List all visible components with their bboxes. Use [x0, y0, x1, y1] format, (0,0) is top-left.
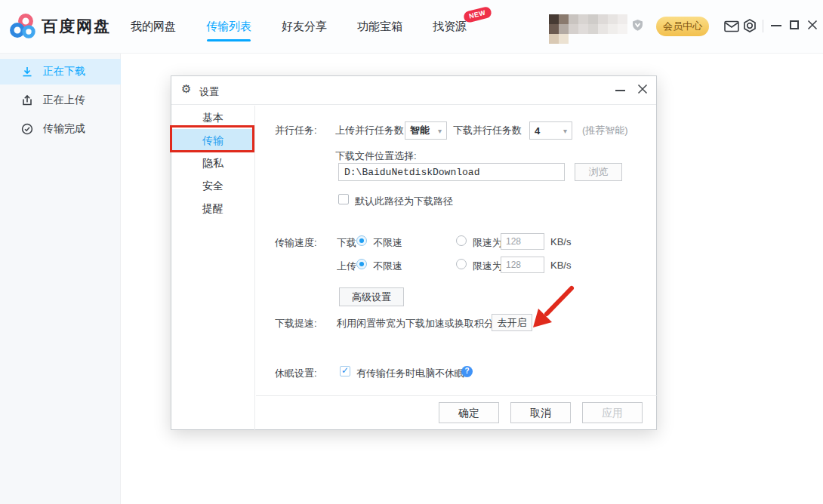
tab-privacy[interactable]: 隐私 — [171, 152, 254, 174]
sidebar-item-label: 正在下载 — [43, 65, 85, 78]
dialog-close-button[interactable] — [637, 84, 648, 94]
member-center-button[interactable]: 会员中心 — [656, 17, 709, 36]
default-path-label: 默认此路径为下载路径 — [355, 195, 453, 208]
dialog-minimize-button[interactable] — [615, 90, 625, 91]
user-account-blurred[interactable] — [549, 14, 627, 44]
app-title: 百度网盘 — [42, 16, 111, 37]
vip-level-icon[interactable] — [631, 19, 644, 32]
download-icon — [21, 66, 33, 78]
download-boost-label: 下载提速: — [275, 317, 317, 330]
upload-unlimited-label: 不限速 — [373, 260, 402, 273]
sidebar-item-label: 正在上传 — [43, 94, 85, 107]
download-unlimited-label: 不限速 — [373, 236, 402, 250]
sleep-settings-label: 休眠设置: — [275, 367, 317, 380]
nav-find-resources[interactable]: 找资源 NEW — [433, 20, 467, 34]
help-icon[interactable] — [461, 366, 473, 377]
nav-toolbox[interactable]: 功能宝箱 — [357, 20, 402, 34]
settings-dialog: ⚙ 设置 基本 传输 隐私 安全 提醒 并行任务: 上传并行任务数 智能 下载并… — [171, 75, 657, 430]
download-parallel-label: 下载并行任务数 — [453, 124, 522, 137]
footer-divider — [256, 395, 658, 396]
download-limit-radio[interactable] — [456, 235, 467, 246]
parallel-hint: (推荐智能) — [582, 124, 628, 137]
new-badge: NEW — [462, 6, 492, 23]
settings-dialog-gear-icon: ⚙ — [181, 83, 191, 94]
upload-unlimited-radio[interactable] — [356, 259, 367, 269]
window-maximize-button[interactable] — [790, 20, 799, 29]
upload-parallel-value: 智能 — [410, 124, 430, 137]
no-sleep-label: 有传输任务时电脑不休眠 — [356, 367, 464, 380]
download-path-input[interactable] — [338, 163, 565, 181]
default-path-checkbox[interactable] — [338, 194, 349, 204]
app-header: 百度网盘 我的网盘 传输列表 好友分享 功能宝箱 找资源 NEW 会员中心 — [0, 0, 823, 54]
download-parallel-value: 4 — [535, 125, 540, 137]
apply-button[interactable]: 应用 — [582, 402, 643, 423]
upload-limit-label: 限速为 — [473, 260, 502, 273]
nav-friend-share[interactable]: 好友分享 — [282, 20, 327, 34]
speed-upload-name: 上传 — [337, 260, 356, 273]
enable-boost-button[interactable]: 去开启 — [492, 314, 532, 331]
settings-dialog-title: 设置 — [199, 85, 219, 99]
mail-icon[interactable] — [724, 20, 739, 32]
download-location-label: 下载文件位置选择: — [335, 149, 417, 163]
download-unlimited-radio[interactable] — [356, 235, 367, 246]
sidebar-item-label: 传输完成 — [43, 122, 85, 136]
parallel-tasks-label: 并行任务: — [275, 124, 317, 137]
download-limit-unit: KB/s — [550, 236, 571, 247]
window-minimize-button[interactable] — [771, 25, 781, 26]
tab-transfer[interactable]: 传输 — [171, 129, 254, 152]
transfer-speed-label: 传输速度: — [275, 236, 317, 250]
upload-parallel-select[interactable]: 智能 — [405, 121, 447, 140]
browse-button[interactable]: 浏览 — [575, 163, 622, 181]
download-limit-input[interactable] — [501, 233, 544, 250]
upload-icon — [21, 94, 33, 106]
nav-my-drive[interactable]: 我的网盘 — [131, 20, 176, 34]
cancel-button[interactable]: 取消 — [510, 402, 571, 423]
upload-limit-radio[interactable] — [456, 259, 467, 269]
no-sleep-checkbox[interactable] — [340, 366, 350, 376]
speed-download-name: 下载 — [337, 236, 356, 250]
tab-basic[interactable]: 基本 — [171, 106, 254, 129]
tab-security[interactable]: 安全 — [171, 174, 254, 197]
download-parallel-select[interactable]: 4 — [529, 121, 572, 140]
check-circle-icon — [21, 123, 33, 135]
advanced-settings-button[interactable]: 高级设置 — [339, 287, 404, 306]
upload-limit-input[interactable] — [501, 257, 544, 273]
sidebar-item-downloading[interactable]: 正在下载 — [0, 59, 121, 85]
main-nav: 我的网盘 传输列表 好友分享 功能宝箱 找资源 NEW — [131, 0, 467, 54]
tab-reminder[interactable]: 提醒 — [171, 197, 254, 220]
download-limit-label: 限速为 — [473, 236, 502, 250]
sidebar-item-completed[interactable]: 传输完成 — [0, 116, 121, 142]
window-close-button[interactable] — [807, 20, 818, 30]
ok-button[interactable]: 确定 — [439, 402, 499, 423]
header-divider — [763, 20, 763, 32]
settings-gear-icon[interactable] — [743, 19, 757, 32]
nav-transfer-list[interactable]: 传输列表 — [206, 20, 251, 34]
upload-limit-unit: KB/s — [550, 260, 571, 271]
download-boost-desc: 利用闲置带宽为下载加速或换取积分 — [337, 317, 494, 330]
transfer-sidebar: 正在下载 正在上传 传输完成 — [0, 54, 121, 504]
baidu-netdisk-logo-icon — [9, 13, 37, 41]
settings-dialog-titlebar: ⚙ 设置 — [171, 76, 656, 105]
nav-find-resources-label: 找资源 — [433, 20, 467, 32]
settings-tab-list: 基本 传输 隐私 安全 提醒 — [171, 106, 255, 430]
upload-parallel-label: 上传并行任务数 — [335, 124, 404, 137]
sidebar-item-uploading[interactable]: 正在上传 — [0, 88, 121, 113]
